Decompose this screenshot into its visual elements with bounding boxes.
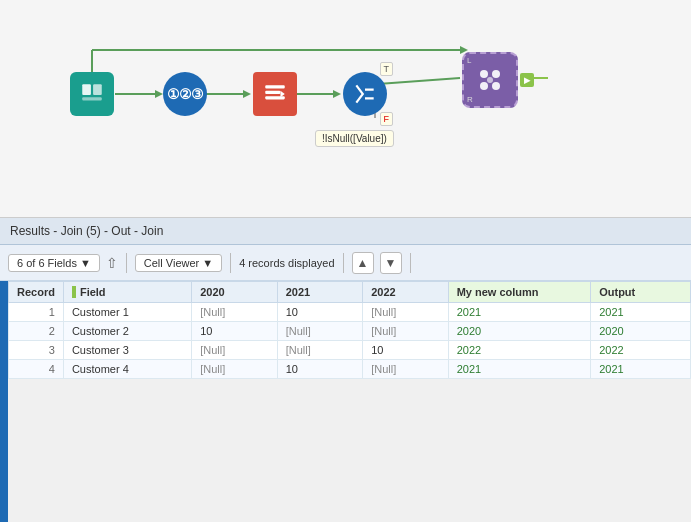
cell-y2021-row2: [Null] — [277, 322, 363, 341]
cell-output-row2: 2020 — [591, 322, 691, 341]
divider-2 — [230, 253, 231, 273]
table-row: 4Customer 4[Null]10[Null]20212021 — [9, 360, 691, 379]
table-row: 3Customer 3[Null][Null]1020222022 — [9, 341, 691, 360]
cell-y2022-row2: [Null] — [363, 322, 449, 341]
cell-mynew-row1: 2021 — [448, 303, 591, 322]
divider-1 — [126, 253, 127, 273]
nav-up-button[interactable]: ▲ — [352, 252, 374, 274]
canvas-area: ①②③ T F — [0, 0, 691, 218]
table-row: 2Customer 210[Null][Null]20202020 — [9, 322, 691, 341]
cell-y2022-row3: 10 — [363, 341, 449, 360]
formula-label: !IsNull([Value]) — [315, 130, 394, 147]
dropdown-icon: ▼ — [80, 257, 91, 269]
sort-up-icon[interactable]: ⇧ — [106, 255, 118, 271]
col-header-field: Field — [63, 282, 191, 303]
cell-record-row3: 3 — [9, 341, 64, 360]
fields-button[interactable]: 6 of 6 Fields ▼ — [8, 254, 100, 272]
cell-y2020-row3: [Null] — [192, 341, 278, 360]
data-table: Record Field 2020 — [8, 281, 691, 379]
col-label-output: Output — [599, 286, 635, 298]
results-bar: Results - Join (5) - Out - Join — [0, 218, 691, 245]
svg-point-22 — [492, 82, 500, 90]
cell-y2022-row4: [Null] — [363, 360, 449, 379]
table-header-row: Record Field 2020 — [9, 282, 691, 303]
cell-mynew-row3: 2022 — [448, 341, 591, 360]
main-layout: ①②③ T F — [0, 0, 691, 522]
col-label-2022: 2022 — [371, 286, 395, 298]
cell-output-row1: 2021 — [591, 303, 691, 322]
down-arrow-icon: ▼ — [385, 256, 397, 270]
left-panel-indicator[interactable] — [0, 281, 8, 522]
cell-field-row1: Customer 1 — [63, 303, 191, 322]
svg-marker-3 — [243, 90, 251, 98]
cell-output-row4: 2021 — [591, 360, 691, 379]
cell-y2020-row4: [Null] — [192, 360, 278, 379]
viewer-button[interactable]: Cell Viewer ▼ — [135, 254, 222, 272]
table-scroll[interactable]: Record Field 2020 — [8, 281, 691, 522]
nav-down-button[interactable]: ▼ — [380, 252, 402, 274]
svg-point-20 — [492, 70, 500, 78]
cell-y2022-row1: [Null] — [363, 303, 449, 322]
svg-point-21 — [480, 82, 488, 90]
svg-point-23 — [487, 77, 493, 83]
cell-mynew-row2: 2020 — [448, 322, 591, 341]
records-text: 4 records displayed — [239, 257, 334, 269]
svg-rect-12 — [82, 84, 91, 95]
svg-rect-14 — [82, 97, 102, 100]
node-sort[interactable]: ①②③ — [163, 72, 207, 116]
col-label-field: Field — [80, 286, 106, 298]
svg-line-6 — [378, 78, 460, 84]
col-header-2021: 2021 — [277, 282, 363, 303]
svg-rect-15 — [265, 85, 285, 88]
col-label-mynew: My new column — [457, 286, 539, 298]
results-text: Results - Join (5) - Out - Join — [10, 224, 163, 238]
cell-y2021-row3: [Null] — [277, 341, 363, 360]
svg-rect-17 — [265, 96, 285, 99]
col-header-output: Output — [591, 282, 691, 303]
cell-record-row2: 2 — [9, 322, 64, 341]
cell-field-row3: Customer 3 — [63, 341, 191, 360]
node-formula[interactable]: T F — [343, 72, 387, 116]
svg-marker-5 — [333, 90, 341, 98]
node-join[interactable]: L R ▶ — [462, 52, 518, 108]
col-header-record: Record — [9, 282, 64, 303]
table-body: 1Customer 1[Null]10[Null]202120212Custom… — [9, 303, 691, 379]
cell-y2021-row4: 10 — [277, 360, 363, 379]
field-col-indicator — [72, 286, 76, 298]
cell-field-row4: Customer 4 — [63, 360, 191, 379]
up-arrow-icon: ▲ — [357, 256, 369, 270]
viewer-dropdown-icon: ▼ — [202, 257, 213, 269]
cell-y2020-row1: [Null] — [192, 303, 278, 322]
cell-record-row4: 4 — [9, 360, 64, 379]
cell-mynew-row4: 2021 — [448, 360, 591, 379]
bottom-panel: 6 of 6 Fields ▼ ⇧ Cell Viewer ▼ 4 record… — [0, 245, 691, 522]
col-header-2020: 2020 — [192, 282, 278, 303]
svg-rect-13 — [93, 84, 102, 95]
cell-record-row1: 1 — [9, 303, 64, 322]
cell-y2021-row1: 10 — [277, 303, 363, 322]
cell-output-row3: 2022 — [591, 341, 691, 360]
cell-y2020-row2: 10 — [192, 322, 278, 341]
cell-field-row2: Customer 2 — [63, 322, 191, 341]
col-label-2021: 2021 — [286, 286, 310, 298]
svg-point-19 — [480, 70, 488, 78]
toolbar: 6 of 6 Fields ▼ ⇧ Cell Viewer ▼ 4 record… — [0, 245, 691, 281]
svg-marker-1 — [155, 90, 163, 98]
col-label-2020: 2020 — [200, 286, 224, 298]
divider-4 — [410, 253, 411, 273]
svg-rect-16 — [265, 91, 280, 94]
col-label-record: Record — [17, 286, 55, 298]
table-row: 1Customer 1[Null]10[Null]20212021 — [9, 303, 691, 322]
node-select[interactable] — [253, 72, 297, 116]
table-area: Record Field 2020 — [0, 281, 691, 522]
fields-label: 6 of 6 Fields — [17, 257, 77, 269]
col-header-mynew: My new column — [448, 282, 591, 303]
divider-3 — [343, 253, 344, 273]
col-header-2022: 2022 — [363, 282, 449, 303]
node-input[interactable] — [70, 72, 114, 116]
viewer-label: Cell Viewer — [144, 257, 199, 269]
